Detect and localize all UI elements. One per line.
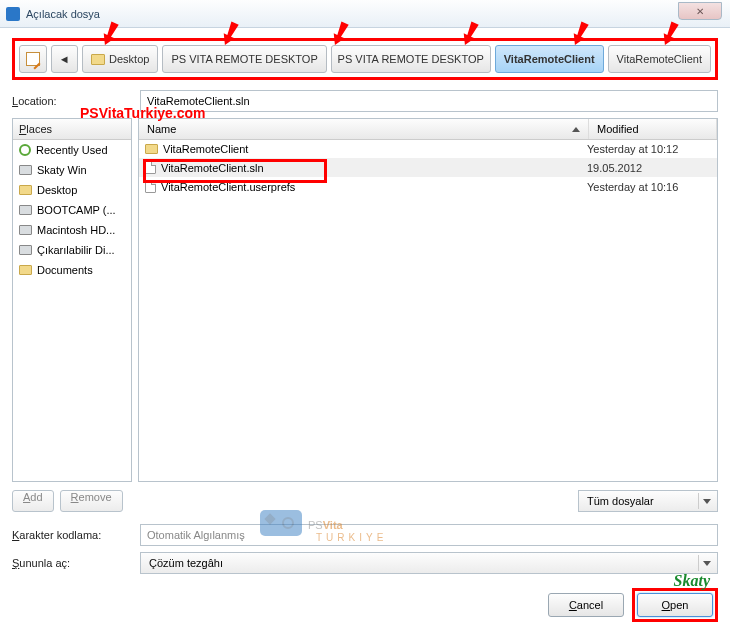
places-remove-button[interactable]: Remove xyxy=(60,490,123,512)
places-item[interactable]: Desktop xyxy=(13,180,131,200)
breadcrumb-back-button[interactable]: ◄ xyxy=(51,45,79,73)
breadcrumb-label: Desktop xyxy=(109,53,149,65)
column-name-label: Name xyxy=(147,123,176,135)
column-header-name[interactable]: Name xyxy=(139,119,589,139)
location-input[interactable]: VitaRemoteClient.sln xyxy=(140,90,718,112)
places-add-button[interactable]: Add xyxy=(12,490,54,512)
places-item[interactable]: Recently Used xyxy=(13,140,131,160)
places-item[interactable]: Macintosh HD... xyxy=(13,220,131,240)
file-modified: Yesterday at 10:16 xyxy=(587,181,711,193)
places-item-label: BOOTCAMP (... xyxy=(37,204,116,216)
folder-icon xyxy=(145,144,158,154)
breadcrumb-segment-2[interactable]: PS VITA REMOTE DESKTOP xyxy=(331,45,491,73)
watermark-url: PSVitaTurkiye.com xyxy=(80,105,206,121)
folder-icon xyxy=(19,265,32,275)
file-row[interactable]: VitaRemoteClient.userprefsYesterday at 1… xyxy=(139,177,717,196)
places-header: Places xyxy=(13,119,131,140)
recent-icon xyxy=(19,144,31,156)
file-name: VitaRemoteClient xyxy=(163,143,248,155)
edit-path-button[interactable] xyxy=(19,45,47,73)
file-modified: Yesterday at 10:12 xyxy=(587,143,711,155)
window-title: Açılacak dosya xyxy=(26,8,100,20)
file-list-panel: Name Modified VitaRemoteClientYesterday … xyxy=(138,118,718,482)
encoding-label: Karakter kodlama: xyxy=(12,529,132,541)
places-list: Recently UsedSkaty WinDesktopBOOTCAMP (.… xyxy=(13,140,131,481)
file-type-filter[interactable]: Tüm dosyalar xyxy=(578,490,718,512)
pencil-icon xyxy=(26,52,40,66)
places-item-label: Recently Used xyxy=(36,144,108,156)
places-item-label: Documents xyxy=(37,264,93,276)
places-item-label: Çıkarılabilir Di... xyxy=(37,244,115,256)
open-button[interactable]: Open xyxy=(637,593,713,617)
file-list: VitaRemoteClientYesterday at 10:12VitaRe… xyxy=(139,140,717,481)
places-item-label: Macintosh HD... xyxy=(37,224,115,236)
places-item[interactable]: BOOTCAMP (... xyxy=(13,200,131,220)
drive-icon xyxy=(19,245,32,255)
cancel-button[interactable]: Cancel xyxy=(548,593,624,617)
watermark-author: Skaty xyxy=(674,572,710,590)
column-header-modified[interactable]: Modified xyxy=(589,119,717,139)
annotation-highlight-open: Open xyxy=(632,588,718,622)
file-icon xyxy=(145,161,156,174)
folder-icon xyxy=(91,54,105,65)
file-modified: 19.05.2012 xyxy=(587,162,711,174)
breadcrumb-toolbar-highlight: ◄ Desktop PS VITA REMOTE DESKTOP PS VITA… xyxy=(12,38,718,80)
file-icon xyxy=(145,180,156,193)
places-item-label: Desktop xyxy=(37,184,77,196)
breadcrumb-segment-4[interactable]: VitaRemoteClient xyxy=(608,45,711,73)
openwith-value: Çözüm tezgâhı xyxy=(149,557,223,569)
drive-icon xyxy=(19,205,32,215)
places-item-label: Skaty Win xyxy=(37,164,87,176)
window-titlebar: Açılacak dosya ✕ xyxy=(0,0,730,28)
location-label-text: ocation: xyxy=(18,95,57,107)
filter-label: Tüm dosyalar xyxy=(587,495,654,507)
openwith-select[interactable]: Çözüm tezgâhı xyxy=(140,552,718,574)
places-item[interactable]: Skaty Win xyxy=(13,160,131,180)
folder-icon xyxy=(19,185,32,195)
sort-ascending-icon xyxy=(572,127,580,132)
places-item[interactable]: Çıkarılabilir Di... xyxy=(13,240,131,260)
window-close-button[interactable]: ✕ xyxy=(678,2,722,20)
app-icon xyxy=(6,7,20,21)
breadcrumb-segment-1[interactable]: PS VITA REMOTE DESKTOP xyxy=(162,45,326,73)
drive-icon xyxy=(19,165,32,175)
file-row[interactable]: VitaRemoteClientYesterday at 10:12 xyxy=(139,140,717,158)
file-row[interactable]: VitaRemoteClient.sln19.05.2012 xyxy=(139,158,717,177)
places-item[interactable]: Documents xyxy=(13,260,131,280)
breadcrumb-desktop[interactable]: Desktop xyxy=(82,45,158,73)
breadcrumb-segment-3[interactable]: VitaRemoteClient xyxy=(495,45,604,73)
openwith-label: Şununla aç: xyxy=(12,557,132,569)
places-panel: Places Recently UsedSkaty WinDesktopBOOT… xyxy=(12,118,132,482)
file-name: VitaRemoteClient.userprefs xyxy=(161,181,295,193)
encoding-value[interactable]: Otomatik Algılanmış xyxy=(140,524,718,546)
drive-icon xyxy=(19,225,32,235)
file-name: VitaRemoteClient.sln xyxy=(161,162,264,174)
